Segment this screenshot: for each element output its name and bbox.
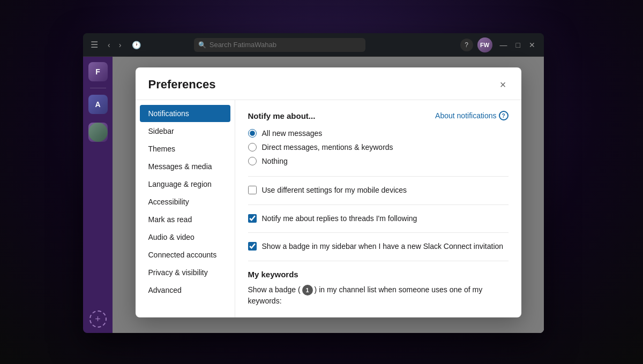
radio-direct-input[interactable] xyxy=(248,143,257,151)
workspace-avatar-a[interactable]: A xyxy=(88,95,108,114)
radio-all-label: All new messages xyxy=(262,129,323,138)
modal-body: Notifications Sidebar Themes Messages & … xyxy=(136,100,521,317)
main-content: Preferences × Notifications Sidebar Them… xyxy=(113,57,544,333)
workspace-avatar-f[interactable]: F xyxy=(88,62,108,81)
section-title: Notify me about... xyxy=(248,111,316,120)
nav-item-language[interactable]: Language & region xyxy=(140,176,230,193)
add-workspace-button[interactable]: + xyxy=(89,310,107,328)
radio-direct-label: Direct messages, mentions & keywords xyxy=(262,143,393,151)
preferences-nav: Notifications Sidebar Themes Messages & … xyxy=(136,100,235,317)
nav-item-audio-video[interactable]: Audio & video xyxy=(140,229,230,246)
checkbox-mobile[interactable]: Use different settings for my mobile dev… xyxy=(248,185,509,196)
divider-1 xyxy=(248,176,509,177)
radio-all-input[interactable] xyxy=(248,129,257,138)
radio-nothing-label: Nothing xyxy=(262,157,288,165)
about-notifications-label: About notifications xyxy=(435,111,496,120)
maximize-button[interactable]: □ xyxy=(513,40,524,50)
workspace-avatar-photo[interactable] xyxy=(88,123,108,142)
minimize-button[interactable]: — xyxy=(497,40,511,50)
checkbox-mobile-input[interactable] xyxy=(248,186,257,194)
nav-item-connected[interactable]: Connected accounts xyxy=(140,246,230,263)
keywords-desc-pre: Show a badge ( xyxy=(248,285,301,294)
back-button[interactable]: ‹ xyxy=(104,39,114,51)
radio-nothing[interactable]: Nothing xyxy=(248,157,509,165)
checkbox-slack-connect-label: Show a badge in my sidebar when I have a… xyxy=(262,241,504,252)
modal-overlay: Preferences × Notifications Sidebar Them… xyxy=(113,57,544,333)
menu-icon[interactable]: ☰ xyxy=(88,37,100,52)
modal-header: Preferences × xyxy=(136,67,521,100)
title-bar: ☰ ‹ › 🕐 🔍 ? FW — □ ✕ xyxy=(83,33,544,57)
window-controls: — □ ✕ xyxy=(497,40,539,50)
checkbox-threads-input[interactable] xyxy=(248,214,257,223)
modal-title: Preferences xyxy=(148,78,216,92)
nav-item-notifications[interactable]: Notifications xyxy=(140,105,230,122)
checkbox-mobile-label: Use different settings for my mobile dev… xyxy=(262,185,407,196)
nav-item-advanced[interactable]: Advanced xyxy=(140,282,230,299)
preferences-modal: Preferences × Notifications Sidebar Them… xyxy=(136,67,521,317)
search-input[interactable] xyxy=(210,41,361,49)
about-notifications-link[interactable]: About notifications ? xyxy=(435,111,508,120)
forward-button[interactable]: › xyxy=(116,39,125,51)
app-window: ☰ ‹ › 🕐 🔍 ? FW — □ ✕ F A xyxy=(83,33,544,333)
about-help-icon: ? xyxy=(499,111,509,120)
search-bar[interactable]: 🔍 xyxy=(194,38,365,52)
section-header: Notify me about... About notifications ? xyxy=(248,111,509,120)
help-button[interactable]: ? xyxy=(460,39,473,51)
close-window-button[interactable]: ✕ xyxy=(526,40,539,50)
nav-item-themes[interactable]: Themes xyxy=(140,140,230,157)
divider-2 xyxy=(248,204,509,205)
title-bar-actions: ? FW xyxy=(460,37,492,52)
nav-item-sidebar[interactable]: Sidebar xyxy=(140,123,230,140)
keywords-title: My keywords xyxy=(248,270,509,279)
history-button[interactable]: 🕐 xyxy=(129,39,144,51)
nav-item-messages[interactable]: Messages & media xyxy=(140,158,230,175)
divider-4 xyxy=(248,261,509,261)
checkbox-slack-connect[interactable]: Show a badge in my sidebar when I have a… xyxy=(248,241,509,252)
divider-3 xyxy=(248,232,509,233)
keywords-badge: 1 xyxy=(302,285,313,295)
checkbox-threads[interactable]: Notify me about replies to threads I'm f… xyxy=(248,214,509,224)
nav-buttons: ‹ › xyxy=(104,39,124,51)
app-body: F A + Preferences × xyxy=(83,57,544,333)
avatar[interactable]: FW xyxy=(477,37,492,52)
nav-item-mark-as-read[interactable]: Mark as read xyxy=(140,211,230,228)
sidebar-divider-1 xyxy=(90,88,106,88)
radio-all-messages[interactable]: All new messages xyxy=(248,129,509,138)
nav-item-accessibility[interactable]: Accessibility xyxy=(140,193,230,210)
radio-direct-messages[interactable]: Direct messages, mentions & keywords xyxy=(248,143,509,151)
notify-radio-group: All new messages Direct messages, mentio… xyxy=(248,129,509,165)
notifications-content: Notify me about... About notifications ?… xyxy=(235,100,521,317)
search-icon: 🔍 xyxy=(198,41,206,49)
modal-close-button[interactable]: × xyxy=(498,77,509,92)
nav-item-privacy[interactable]: Privacy & visibility xyxy=(140,264,230,281)
keywords-description: Show a badge (1) in my channel list when… xyxy=(248,284,509,307)
sidebar: F A + xyxy=(83,57,113,333)
checkbox-slack-connect-input[interactable] xyxy=(248,242,257,251)
checkbox-threads-label: Notify me about replies to threads I'm f… xyxy=(262,214,417,224)
radio-nothing-input[interactable] xyxy=(248,157,257,165)
